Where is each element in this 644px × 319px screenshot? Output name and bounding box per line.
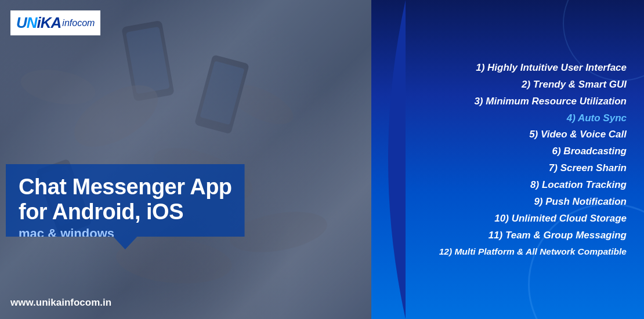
features-list: 1) Highly Intuitive User Interface 2) Tr… [389,60,632,259]
feature-item-11: 11) Team & Group Messaging [397,227,632,244]
feature-item-12: 12) Multi Platform & All Network Compati… [389,244,632,259]
main-container: UNiKA infocom Chat Messenger App for And… [0,0,644,319]
feature-item-6: 6) Broadcasting [418,143,632,160]
feature-item-5: 5) Video & Voice Call [400,126,632,143]
right-section: 1) Highly Intuitive User Interface 2) Tr… [371,0,644,319]
feature-item-10: 10) Unlimited Cloud Storage [392,211,632,227]
logo-area: UNiKA infocom [10,10,100,35]
title-bubble: Chat Messenger App for Android, iOS mac … [6,164,245,249]
feature-item-4: 4) Auto Sync [415,110,632,127]
feature-item-2: 2) Trendy & Smart GUI [424,77,632,93]
feature-item-9: 9) Push Notification [403,194,632,211]
app-title-line1: Chat Messenger App [19,175,232,200]
logo-box: UNiKA infocom [10,10,100,35]
logo-tagline: infocom [62,18,95,28]
logo-brand: UNiKA [16,14,61,32]
app-title-line2: for Android, iOS [19,200,232,225]
feature-item-8: 8) Location Tracking [395,177,632,194]
feature-item-7: 7) Screen Sharin [406,160,632,177]
website-url: www.unikainfocom.in [10,297,111,309]
feature-item-1: 1) Highly Intuitive User Interface [406,60,632,77]
feature-item-3: 3) Minimum Resource Utilization [397,93,632,110]
left-section: UNiKA infocom Chat Messenger App for And… [0,0,371,319]
left-overlay [0,0,371,319]
